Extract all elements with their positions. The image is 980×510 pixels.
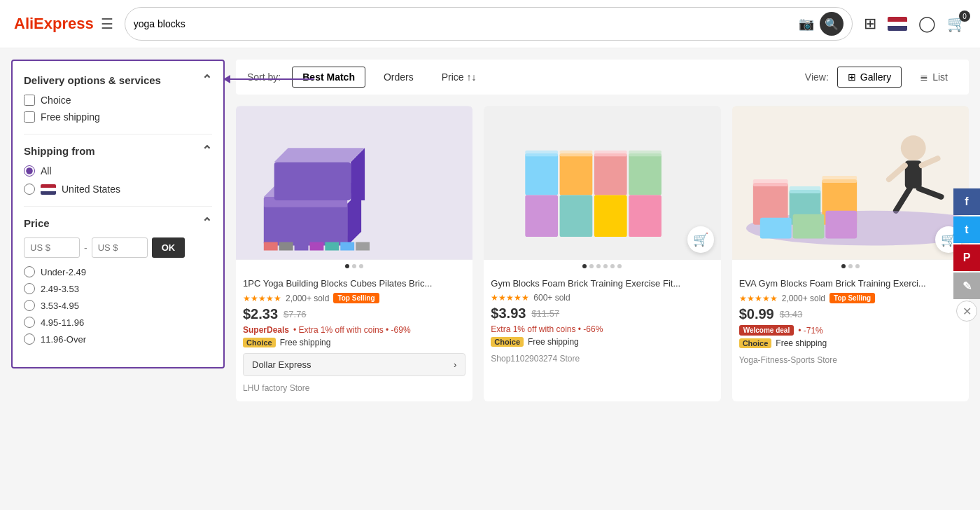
price-header[interactable]: Price ⌃ xyxy=(24,215,212,230)
shipping-us-option[interactable]: United States xyxy=(24,184,212,195)
price-radio-4[interactable] xyxy=(24,333,35,345)
shipping-header[interactable]: Shipping from ⌃ xyxy=(24,143,212,158)
social-sidebar: f t P ✎ ✕ xyxy=(953,188,980,322)
product-card-2[interactable]: 🛒 EVA Gym Blocks Foam Brick Training Exe… xyxy=(732,106,969,401)
shipping-all-radio[interactable] xyxy=(24,165,35,177)
main-layout: Delivery options & services ⌃ Choice Fre… xyxy=(0,48,980,413)
view-gallery[interactable]: ⊞ Gallery xyxy=(837,67,902,88)
svg-rect-25 xyxy=(559,150,592,156)
welcome-deal-badge: Welcome deal xyxy=(739,325,794,336)
search-input[interactable] xyxy=(134,18,799,29)
original-price-1: $11.57 xyxy=(531,308,559,319)
store-link-0[interactable]: LHU factory Store xyxy=(243,383,309,393)
svg-rect-26 xyxy=(594,150,627,156)
price-radio-1[interactable] xyxy=(24,283,35,294)
twitter-button[interactable]: t xyxy=(953,216,980,243)
dot xyxy=(841,264,846,268)
price-separator: - xyxy=(84,242,88,254)
product-card-0[interactable]: 1PC Yoga Building Blocks Cubes Pilates B… xyxy=(236,106,472,401)
pinterest-button[interactable]: P xyxy=(953,244,980,271)
free-shipping-2: Free shipping xyxy=(776,338,827,348)
price-radio-0[interactable] xyxy=(24,266,35,277)
edit-button[interactable]: ✎ xyxy=(953,273,980,299)
view-list[interactable]: ≣ List xyxy=(910,67,958,87)
product-info-1: Gym Blocks Foam Brick Training Exercise … xyxy=(484,273,720,372)
price-range-2[interactable]: 3.53-4.95 xyxy=(24,300,212,311)
free-shipping-label: Free shipping xyxy=(41,111,100,123)
product-title-1: Gym Blocks Foam Brick Training Exercise … xyxy=(491,278,713,289)
shipping-title: Shipping from xyxy=(24,145,95,157)
super-deals-0: SuperDeals xyxy=(243,325,289,335)
camera-icon[interactable]: 📷 xyxy=(799,16,814,32)
price-range-label-2: 3.53-4.95 xyxy=(41,301,79,311)
free-shipping-checkbox[interactable] xyxy=(24,111,35,123)
grid-icon[interactable]: ⊞ xyxy=(864,15,876,33)
choice-label: Choice xyxy=(41,95,71,106)
content-area: Sort by: Best Match Orders Price ↑↓ View… xyxy=(225,48,980,413)
stars-1: ★★★★★ xyxy=(491,293,529,303)
facebook-button[interactable]: f xyxy=(953,188,980,215)
dot xyxy=(589,264,594,268)
product-info-2: EVA Gym Blocks Foam Brick Training Exerc… xyxy=(732,273,969,373)
store-link-1[interactable]: Shop1102903274 Store xyxy=(491,354,580,364)
choice-checkbox[interactable] xyxy=(24,95,35,106)
cart-icon[interactable]: 🛒 0 xyxy=(947,15,966,33)
price-range-4[interactable]: 11.96-Over xyxy=(24,333,212,345)
us-flag-icon[interactable] xyxy=(888,17,907,31)
shipping-all-option[interactable]: All xyxy=(24,165,212,177)
choice-row-0: Choice Free shipping xyxy=(243,338,465,347)
dollar-express-btn[interactable]: Dollar Express › xyxy=(243,353,465,376)
choice-option[interactable]: Choice xyxy=(24,95,212,106)
svg-rect-17 xyxy=(559,153,592,195)
choice-badge-1: Choice xyxy=(491,337,524,347)
price-radio-2[interactable] xyxy=(24,300,35,311)
dot xyxy=(352,264,356,268)
current-price-0: $2.33 xyxy=(243,306,278,322)
price-range-1[interactable]: 2.49-3.53 xyxy=(24,283,212,294)
delivery-title: Delivery options & services xyxy=(24,74,161,86)
store-link-2[interactable]: Yoga-Fitness-Sports Store xyxy=(739,355,837,365)
shipping-us-label: United States xyxy=(62,184,120,195)
svg-rect-14 xyxy=(356,242,370,251)
arrow-indicator xyxy=(223,75,314,83)
price-range-0[interactable]: Under-2.49 xyxy=(24,266,212,277)
shipping-all-label: All xyxy=(41,165,52,177)
delivery-header[interactable]: Delivery options & services ⌃ xyxy=(24,72,212,88)
product-card-1[interactable]: 🛒 Gym Blocks Foam Brick Training Exercis… xyxy=(484,106,720,401)
original-price-2: $3.43 xyxy=(780,309,803,319)
dot-indicator-2 xyxy=(732,260,969,273)
stars-0: ★★★★★ xyxy=(243,294,281,303)
sort-orders[interactable]: Orders xyxy=(374,67,424,87)
search-bar: 📷 🔍 xyxy=(125,7,853,41)
svg-rect-19 xyxy=(629,153,662,195)
svg-rect-42 xyxy=(753,179,788,186)
header-icons: ⊞ ◯ 🛒 0 xyxy=(864,15,966,33)
dollar-express-label: Dollar Express xyxy=(252,359,312,370)
price-row-1: $3.93 $11.57 xyxy=(491,305,713,322)
rating-row-0: ★★★★★ 2,000+ sold Top Selling xyxy=(243,293,465,303)
close-social-button[interactable]: ✕ xyxy=(956,301,977,322)
cart-badge: 0 xyxy=(959,11,970,22)
price-radio-3[interactable] xyxy=(24,317,35,328)
dot-indicator-1 xyxy=(484,260,720,273)
price-row-0: $2.33 $7.76 xyxy=(243,306,465,322)
price-from-input[interactable] xyxy=(24,237,80,258)
product-grid: 1PC Yoga Building Blocks Cubes Pilates B… xyxy=(236,106,969,401)
arrow-head xyxy=(223,75,230,83)
price-to-input[interactable] xyxy=(92,237,148,258)
hamburger-icon[interactable]: ☰ xyxy=(101,15,113,32)
logo[interactable]: AliExpress xyxy=(14,15,94,33)
header: AliExpress ☰ 📷 🔍 ⊞ ◯ 🛒 0 xyxy=(0,0,980,48)
free-shipping-option[interactable]: Free shipping xyxy=(24,111,212,123)
shipping-us-radio[interactable] xyxy=(24,184,35,195)
extra-off-2: • -71% xyxy=(798,326,823,336)
account-icon[interactable]: ◯ xyxy=(918,15,936,33)
sort-price[interactable]: Price ↑↓ xyxy=(432,67,486,87)
price-range-3[interactable]: 4.95-11.96 xyxy=(24,317,212,328)
current-price-2: $0.99 xyxy=(739,306,774,322)
sold-0: 2,000+ sold xyxy=(286,294,329,303)
add-to-cart-1[interactable]: 🛒 xyxy=(687,226,714,253)
price-ok-button[interactable]: OK xyxy=(152,237,186,258)
svg-rect-16 xyxy=(525,153,558,195)
search-button[interactable]: 🔍 xyxy=(820,12,844,36)
